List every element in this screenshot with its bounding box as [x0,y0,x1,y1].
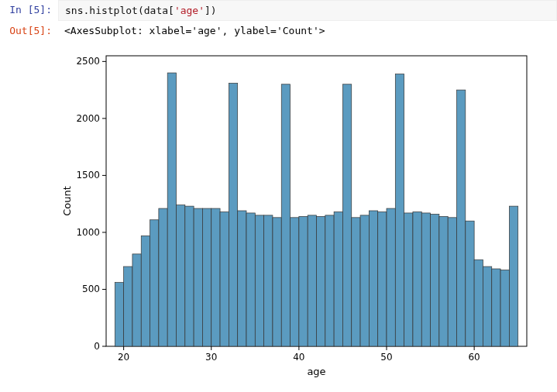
bar [474,260,483,346]
bar [466,221,474,346]
output-text: <AxesSubplot: xlabel='age', ylabel='Coun… [58,21,557,40]
bar [246,213,255,346]
x-tick-label: 30 [205,352,217,363]
code-input[interactable]: sns.histplot(data['age']) [58,0,557,21]
bar [273,218,281,346]
bar [308,215,316,346]
bar [150,220,159,346]
bar [291,218,299,346]
bar [492,269,500,346]
bar [342,84,351,346]
bar [439,216,448,346]
out-prompt: Out[5]: [0,21,58,40]
bar [500,270,509,346]
y-tick-label: 500 [82,284,100,294]
bar [167,73,176,346]
bar [281,84,290,346]
bar [299,216,308,346]
y-tick-label: 1000 [76,227,100,238]
output-cell: Out[5]: <AxesSubplot: xlabel='age', ylab… [0,21,557,40]
y-tick-label: 2000 [76,113,100,124]
input-cell: In [5]: sns.histplot(data['age']) [0,0,557,21]
bar [115,283,123,346]
bar [483,266,491,346]
bar [229,83,237,346]
x-tick-label: 50 [380,352,392,363]
bar [395,74,404,346]
bar [413,211,421,346]
bar [124,266,132,346]
histogram-chart: 203040506005001000150020002500ageCount [58,48,538,389]
bar [369,211,377,346]
x-tick-label: 60 [468,352,480,363]
bar [159,208,167,346]
bar [404,213,413,346]
bar [185,206,194,346]
y-axis-label: Count [61,186,73,216]
bar [352,218,360,346]
bar [211,208,220,346]
bar [448,218,456,346]
bar [421,213,430,346]
bar [264,215,273,346]
y-tick-label: 1500 [76,170,100,181]
bar [360,215,369,346]
bar [255,215,263,346]
bar [387,208,395,346]
bar [238,211,246,346]
x-tick-label: 20 [118,352,129,363]
y-tick-label: 2500 [76,56,100,67]
bar [220,211,229,346]
chart-container: 203040506005001000150020002500ageCount [0,40,557,389]
bar [431,214,439,346]
bar [177,205,185,346]
bar [509,206,517,346]
x-axis-label: age [307,366,325,377]
bar [132,254,141,346]
bar [202,208,211,346]
bar [317,216,325,346]
bar [378,211,387,346]
y-tick-label: 0 [94,341,100,352]
bar [457,90,466,346]
bar [194,208,202,346]
bar [141,236,150,346]
bar [334,211,342,346]
bar [325,215,334,346]
code-prefix: sns.histplot(data[ [65,5,174,16]
code-string: 'age' [174,5,205,16]
x-tick-label: 40 [293,352,304,363]
in-prompt: In [5]: [0,0,58,21]
code-suffix: ]) [205,5,217,16]
